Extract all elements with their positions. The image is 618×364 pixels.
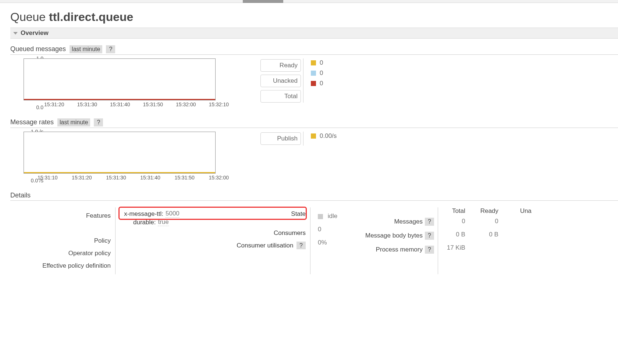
hdr-ready: Ready (476, 207, 498, 215)
value-state: idle (318, 210, 354, 223)
overview-section-toggle[interactable]: Overview (10, 28, 618, 39)
active-tab-indicator (243, 0, 283, 3)
queued-heading-text: Queued messages (10, 45, 66, 53)
label-process-memory: Process memory (376, 246, 423, 253)
swatch-publish (311, 133, 316, 139)
details-heading: Details (10, 192, 618, 201)
queued-heading: Queued messages last minute ? (10, 45, 618, 55)
legend-total-value: 0 (320, 80, 334, 87)
hdr-unacked: Una (509, 207, 532, 215)
feature-key: durable: (133, 219, 156, 226)
queued-range-selector[interactable]: last minute (70, 45, 102, 53)
body-bytes-help-icon[interactable]: ? (425, 232, 434, 240)
queued-help-icon[interactable]: ? (106, 45, 115, 53)
x-labels: 15:31:20 15:31:30 15:31:40 15:31:50 15:3… (37, 101, 229, 107)
cell: 17 KiB (443, 244, 465, 251)
x-labels: 15:31:10 15:31:20 15:31:30 15:31:40 15:3… (37, 175, 229, 181)
x-tick: 15:31:20 (72, 175, 92, 181)
title-prefix: Queue (10, 10, 46, 24)
legend-unacked-value: 0 (320, 69, 334, 77)
queued-legend: Ready Unacked Total (253, 58, 301, 103)
legend-publish[interactable]: Publish (260, 132, 301, 145)
label-consumers: Consumers (120, 226, 306, 237)
cell: 0 (443, 218, 465, 225)
swatch-unacked (311, 71, 316, 76)
consumer-util-help-icon[interactable]: ? (296, 242, 306, 249)
x-tick: 15:32:00 (209, 175, 229, 181)
swatch-total (311, 81, 316, 86)
label-policy: Policy (10, 235, 111, 247)
legend-unacked[interactable]: Unacked (260, 75, 301, 87)
row-body-bytes: 0 B 0 B (443, 228, 532, 241)
label-messages: Messages (394, 218, 422, 225)
cell (509, 231, 532, 238)
y-label: 0.0 (36, 104, 43, 110)
label-state: State (291, 210, 306, 218)
label-consumer-util: Consumer utilisation (237, 242, 293, 249)
chart-line-publish (24, 172, 215, 173)
feature-value: 5000 (166, 210, 180, 218)
legend-publish-value: 0.00/s (320, 132, 337, 140)
value-consumers: 0 (318, 223, 354, 236)
cell (509, 218, 532, 225)
x-tick: 15:31:50 (143, 101, 163, 107)
label-body-bytes: Message body bytes (365, 232, 423, 239)
cell: 0 B (443, 231, 465, 238)
feature-durable: durable: true (120, 218, 306, 226)
x-tick: 15:31:40 (140, 175, 160, 181)
label-operator-policy: Operator policy (10, 247, 111, 260)
rates-chart: 1.0 /s 0.0 /s 15:31:10 15:31:20 15:31:30… (10, 132, 238, 181)
cell: 0 B (476, 231, 498, 238)
x-tick: 15:32:00 (176, 101, 196, 107)
x-tick: 15:31:40 (110, 101, 130, 107)
details-heading-text: Details (10, 192, 31, 199)
legend-ready-value: 0 (320, 59, 334, 67)
feature-value: true (158, 218, 168, 226)
feature-x-message-ttl: x-message-ttl: 5000 (120, 210, 180, 218)
x-tick: 15:32:10 (209, 101, 229, 107)
rates-heading: Message rates last minute ? (10, 118, 618, 128)
details-features: x-message-ttl: 5000 State durable: true … (115, 207, 310, 274)
row-messages: 0 0 (443, 215, 532, 228)
stats-headers: Total Ready Una (443, 207, 532, 215)
messages-help-icon[interactable]: ? (425, 218, 434, 226)
chart-line-total (24, 99, 215, 100)
queued-chart: 1.0 0.0 15:31:20 15:31:30 15:31:40 15:31… (10, 58, 238, 107)
state-square-icon (318, 214, 323, 219)
label-features: Features (10, 210, 111, 222)
details-mid-values: idle 0 0% (310, 207, 358, 274)
x-tick: 15:31:50 (174, 175, 195, 181)
hdr-total: Total (443, 207, 465, 215)
cell: 0 (476, 218, 498, 225)
feature-key: x-message-ttl: (120, 210, 163, 218)
state-text: idle (328, 213, 337, 220)
x-tick: 15:31:30 (106, 175, 126, 181)
label-blank (10, 222, 111, 235)
rates-range-selector[interactable]: last minute (57, 118, 90, 126)
row-process-memory: 17 KiB (443, 241, 532, 254)
process-memory-help-icon[interactable]: ? (425, 246, 434, 254)
rates-help-icon[interactable]: ? (94, 118, 103, 126)
queue-name: ttl.direct.queue (49, 10, 133, 24)
x-tick: 15:31:30 (77, 101, 97, 107)
page-title: Queue ttl.direct.queue (10, 10, 618, 24)
chevron-down-icon (13, 32, 18, 35)
details-stats: Messages ? Message body bytes ? Process … (365, 207, 532, 274)
rates-legend: Publish (253, 132, 301, 146)
legend-ready[interactable]: Ready (260, 59, 301, 72)
x-tick: 15:31:20 (44, 101, 64, 107)
overview-label: Overview (21, 29, 49, 37)
legend-total[interactable]: Total (260, 90, 301, 103)
y-label: 0.0 /s (31, 178, 43, 183)
swatch-ready (311, 60, 316, 65)
details-labels: Features Policy Operator policy Effectiv… (10, 207, 115, 274)
label-effective-policy: Effective policy definition (10, 260, 111, 272)
rates-heading-text: Message rates (10, 118, 54, 126)
value-consumer-util: 0% (318, 236, 354, 249)
window-top-strip (0, 0, 618, 3)
